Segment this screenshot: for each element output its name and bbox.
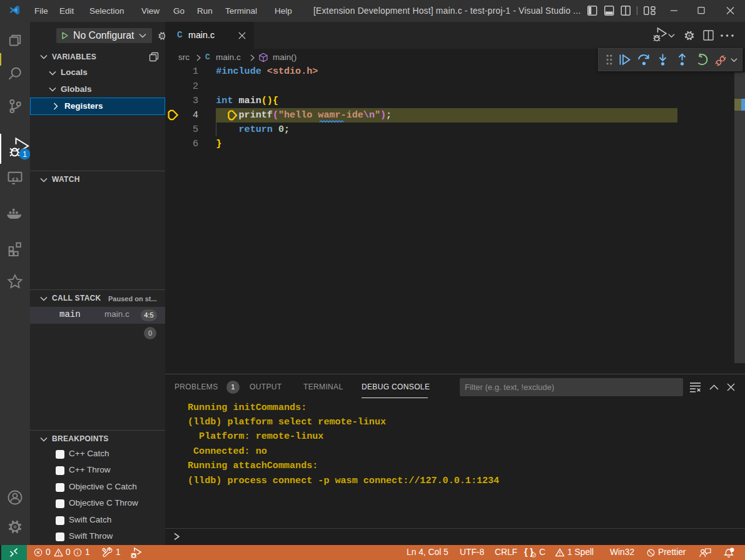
svg-text:1: 1 (23, 150, 27, 159)
